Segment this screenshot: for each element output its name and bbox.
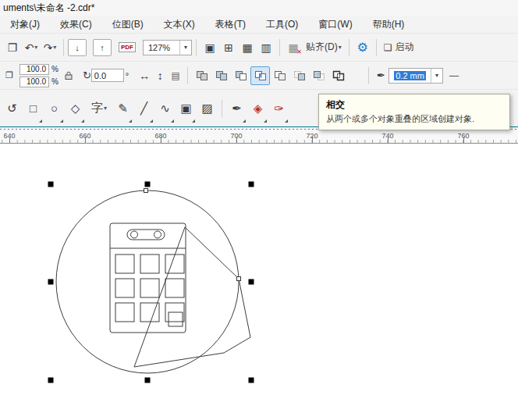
combine-button[interactable] [192, 66, 211, 85]
front-minus-back-button[interactable] [289, 66, 309, 85]
snap-to-button[interactable]: 贴齐(D) ▾ [303, 38, 345, 57]
menu-item-bitmaps[interactable]: 位图(B) [102, 16, 154, 33]
selection-handle-middle-right[interactable] [249, 279, 254, 285]
freehand-tool[interactable]: ✎ [112, 92, 133, 125]
drop-shadow-tool[interactable]: ▣ [176, 92, 197, 125]
intersect-button[interactable] [250, 66, 270, 85]
simplify-button[interactable] [270, 66, 289, 85]
shape-tool[interactable]: ↺ [2, 92, 23, 125]
horizontal-ruler[interactable]: 640 660 680 700 720 740 760 [0, 130, 518, 144]
menu-item-effects[interactable]: 效果(C) [50, 16, 102, 33]
eyedropper-tool[interactable]: ✑ [268, 92, 289, 125]
flyout-arrow-icon[interactable] [171, 119, 174, 123]
lock-ratio-button[interactable] [61, 66, 76, 85]
ellipse-tool[interactable]: ○ [44, 92, 65, 125]
titlebar: uments\未命名 -2.cdr* [0, 0, 518, 16]
flyout-arrow-icon[interactable] [243, 119, 246, 123]
smart-fill-tool[interactable]: ◈ [247, 92, 268, 125]
selection-handle-top-left[interactable] [48, 182, 54, 187]
back-minus-front-button[interactable] [309, 66, 328, 85]
text-tool[interactable]: 字▾ [86, 92, 112, 125]
flyout-arrow-icon[interactable] [264, 119, 267, 123]
text-flyout-icon[interactable]: ▾ [104, 105, 107, 112]
toolbar-separator [63, 39, 64, 56]
menu-item-tools[interactable]: 工具(O) [256, 16, 308, 33]
polygon-tool[interactable]: ◇ [65, 92, 86, 125]
bezier-tool[interactable]: ∿ [154, 92, 176, 125]
selection-handle-top-right[interactable] [249, 182, 254, 187]
drawn-circle[interactable] [56, 190, 239, 373]
smart-fill-tool-icon: ◈ [254, 101, 263, 116]
flyout-arrow-icon[interactable] [39, 119, 42, 123]
flyout-arrow-icon[interactable] [192, 119, 195, 123]
mirror-horizontal-button[interactable]: ↔ [137, 66, 152, 85]
line-tool[interactable]: ╱ [133, 92, 154, 125]
launch-button[interactable]: ❏ 启动 [381, 38, 417, 57]
scale-v-field[interactable]: 100.0 [20, 77, 49, 87]
duplicate-button[interactable]: ❐ [3, 38, 22, 57]
menu-item-table[interactable]: 表格(T) [205, 16, 256, 33]
cropped-control-dash: — [449, 70, 459, 81]
outline-width-dropdown-icon[interactable]: ▾ [431, 69, 442, 83]
flyout-arrow-icon[interactable] [150, 119, 153, 123]
pdf-icon: PDF [119, 42, 136, 52]
bezier-tool-icon: ∿ [160, 101, 170, 116]
transparency-tool[interactable]: ▨ [197, 92, 218, 125]
options-button[interactable]: ⚙ [353, 38, 372, 57]
flyout-arrow-icon[interactable] [81, 119, 84, 123]
drop-shadow-tool-icon: ▣ [180, 101, 191, 116]
undo-icon: ↶ [25, 41, 34, 54]
undo-button[interactable]: ↶▾ [22, 38, 41, 57]
show-grid-button[interactable]: ▦ [238, 38, 257, 57]
redo-button[interactable]: ↷▾ [41, 38, 59, 57]
menu-item-help[interactable]: 帮助(H) [363, 16, 415, 33]
trim-button[interactable] [231, 66, 250, 85]
rectangle-tool[interactable]: □ [23, 92, 44, 125]
scale-h-percent: % [51, 65, 59, 73]
menu-item-object[interactable]: 对象(J) [0, 16, 50, 33]
outline-pen-tool[interactable]: ✒ [226, 92, 247, 125]
object-position-button[interactable]: ❐ [2, 66, 17, 85]
flyout-arrow-icon[interactable] [129, 119, 132, 123]
rotation-field[interactable]: 0.0 [91, 69, 124, 82]
flyout-arrow-icon[interactable] [285, 119, 288, 123]
menu-item-window[interactable]: 窗口(W) [308, 16, 362, 33]
drawing-canvas[interactable] [0, 144, 518, 420]
zoom-level-value[interactable]: 127% [144, 43, 179, 52]
menu-item-text[interactable]: 文本(X) [154, 16, 205, 33]
arrange-icon: ▤ [172, 70, 180, 81]
snap-to-dropdown-icon[interactable]: ▾ [339, 44, 342, 51]
mirror-vertical-button[interactable]: ↕ [152, 66, 168, 85]
import-button[interactable]: ↓ [68, 39, 87, 56]
publish-to-pdf-button[interactable]: PDF [118, 38, 137, 57]
scale-v-percent: % [51, 77, 59, 86]
undo-dropdown-icon[interactable]: ▾ [34, 44, 37, 51]
export-button[interactable]: ↑ [93, 39, 112, 56]
selection-handle-bottom-right[interactable] [249, 378, 254, 383]
scale-factor-group: 100.0 % 100.0 % [20, 64, 59, 87]
selection-handle-top-middle[interactable] [145, 182, 151, 187]
show-guidelines-button[interactable]: ▥ [257, 38, 275, 57]
fullscreen-preview-button[interactable]: ▣ [200, 38, 219, 57]
outline-width-combo[interactable]: 0.2 mm ▾ [388, 68, 443, 84]
snap-off-button[interactable]: ▦ ✕ [284, 38, 303, 57]
zoom-dropdown-icon[interactable]: ▾ [179, 41, 191, 55]
selection-handle-middle-left[interactable] [48, 279, 54, 285]
create-boundary-button[interactable] [328, 66, 348, 85]
flyout-arrow-icon[interactable] [60, 119, 63, 123]
zoom-level-combo[interactable]: 127% ▾ [143, 40, 192, 55]
weld-button[interactable] [211, 66, 231, 85]
drawn-calculator[interactable] [110, 223, 186, 333]
redo-dropdown-icon[interactable]: ▾ [53, 44, 56, 51]
outline-pen-button[interactable]: ✒ [373, 66, 388, 85]
selection-handle-bottom-left[interactable] [48, 378, 54, 383]
arrange-button[interactable]: ▤ [168, 66, 183, 85]
toolbar-separator [196, 39, 197, 56]
curve-node-right[interactable] [237, 277, 241, 281]
selection-handle-bottom-middle[interactable] [145, 378, 151, 383]
rotation-icon: ↻ [83, 69, 91, 81]
curve-node-top[interactable] [144, 189, 148, 193]
show-rulers-button[interactable]: ⊞ [219, 38, 238, 57]
scale-h-field[interactable]: 100.0 [20, 64, 49, 75]
outline-width-value[interactable]: 0.2 mm [389, 71, 431, 80]
